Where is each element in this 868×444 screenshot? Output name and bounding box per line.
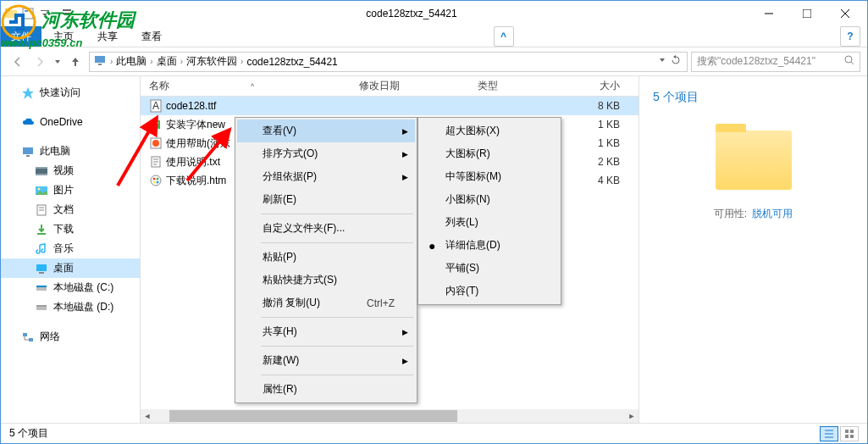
- svg-rect-19: [26, 155, 30, 157]
- menu-label: 查看(V): [263, 124, 296, 138]
- nav-up-button[interactable]: [65, 52, 86, 72]
- menu-separator: [261, 346, 413, 347]
- menu-label: 小图标(N): [445, 192, 490, 207]
- menu-separator: [261, 242, 413, 243]
- chevron-right-icon[interactable]: ›: [110, 57, 113, 66]
- breadcrumb-item[interactable]: 桌面: [157, 54, 177, 69]
- star-icon: [21, 86, 35, 100]
- svg-rect-21: [36, 167, 47, 169]
- sidebar-disk-d[interactable]: 本地磁盘 (D:): [1, 297, 140, 317]
- sidebar-item-label: 快速访问: [40, 86, 80, 100]
- menu-label: 排序方式(O): [263, 147, 318, 161]
- menu-share[interactable]: 共享(H)▶: [237, 320, 415, 343]
- menu-undo[interactable]: 撤消 复制(U)Ctrl+Z: [237, 291, 415, 314]
- submenu-medium-icons[interactable]: 中等图标(M): [420, 165, 559, 188]
- sort-arrow-icon: ^: [251, 82, 254, 91]
- minimize-button[interactable]: [749, 2, 788, 25]
- menu-label: 内容(T): [445, 284, 478, 298]
- breadcrumb-refresh[interactable]: [670, 54, 682, 69]
- svg-rect-18: [23, 147, 33, 154]
- submenu-small-icons[interactable]: 小图标(N): [420, 188, 559, 211]
- svg-rect-11: [803, 9, 811, 18]
- sidebar-disk-c[interactable]: 本地磁盘 (C:): [1, 278, 140, 297]
- menu-separator: [261, 214, 413, 214]
- scroll-left-button[interactable]: ◄: [141, 409, 154, 423]
- preview-item-count: 5 个项目: [653, 90, 699, 105]
- view-large-icons-button[interactable]: [840, 426, 859, 441]
- breadcrumb-dropdown[interactable]: [656, 54, 668, 69]
- sidebar-quick-access[interactable]: 快速访问: [1, 83, 140, 103]
- sidebar-music[interactable]: 音乐: [1, 239, 140, 258]
- menu-view[interactable]: 查看(V)▶: [237, 119, 415, 142]
- sidebar-network[interactable]: 网络: [1, 327, 140, 347]
- breadcrumb-item[interactable]: code128ztxz_54421: [246, 56, 337, 68]
- sidebar-item-label: 本地磁盘 (D:): [53, 300, 113, 314]
- column-type[interactable]: 类型: [478, 79, 562, 93]
- sidebar-item-label: 图片: [53, 183, 74, 197]
- file-row[interactable]: Acode128.ttf 8 KB: [141, 97, 639, 115]
- breadcrumb-item[interactable]: 此电脑: [116, 54, 147, 69]
- submenu-large-icons[interactable]: 大图标(R): [420, 142, 559, 165]
- search-placeholder: 搜索"code128ztxz_54421": [697, 54, 815, 69]
- column-name[interactable]: 名称^: [141, 79, 359, 93]
- submenu-details[interactable]: ●详细信息(D): [420, 234, 559, 257]
- menu-label: 详细信息(D): [445, 238, 500, 253]
- view-details-button[interactable]: [820, 426, 838, 441]
- chevron-right-icon[interactable]: ›: [150, 57, 152, 66]
- sidebar-desktop[interactable]: 桌面: [1, 258, 140, 278]
- sidebar-downloads[interactable]: 下载: [1, 219, 140, 239]
- menu-accelerator: Ctrl+Z: [367, 297, 395, 309]
- menu-group[interactable]: 分组依据(P)▶: [237, 165, 415, 188]
- chevron-right-icon[interactable]: ›: [240, 57, 243, 66]
- submenu-list[interactable]: 列表(L): [420, 211, 559, 234]
- nav-history-dropdown[interactable]: [52, 52, 64, 72]
- ribbon-tab-view[interactable]: 查看: [130, 26, 174, 47]
- chevron-right-icon[interactable]: ›: [180, 57, 183, 66]
- submenu-arrow-icon: ▶: [402, 328, 408, 336]
- help-button[interactable]: ?: [840, 26, 860, 47]
- menu-customize[interactable]: 自定义文件夹(F)...: [237, 217, 415, 240]
- sidebar-item-label: 音乐: [53, 241, 74, 256]
- menu-properties[interactable]: 属性(R): [237, 378, 415, 401]
- column-date[interactable]: 修改日期: [359, 79, 478, 93]
- menu-paste-shortcut[interactable]: 粘贴快捷方式(S): [237, 269, 415, 291]
- file-size-label: 8 KB: [359, 100, 630, 112]
- pictures-icon: [35, 184, 48, 197]
- submenu-tiles[interactable]: 平铺(S): [420, 257, 559, 280]
- scroll-thumb[interactable]: [169, 410, 457, 422]
- availability-value: 脱机可用: [752, 207, 793, 221]
- window-title: code128ztxz_54421: [74, 8, 749, 19]
- submenu-xlarge-icons[interactable]: 超大图标(X): [420, 119, 559, 142]
- disk-icon: [35, 301, 48, 314]
- nav-back-button[interactable]: [8, 52, 28, 72]
- submenu-content[interactable]: 内容(T): [420, 280, 559, 302]
- sidebar-documents[interactable]: 文档: [1, 200, 140, 219]
- cloud-icon: [21, 115, 35, 129]
- column-label: 名称: [149, 79, 169, 93]
- maximize-button[interactable]: [788, 2, 826, 25]
- close-button[interactable]: [826, 2, 864, 25]
- menu-label: 列表(L): [445, 215, 478, 230]
- scroll-right-button[interactable]: ►: [625, 409, 639, 423]
- menu-new[interactable]: 新建(W)▶: [237, 349, 415, 372]
- selected-indicator-icon: ●: [428, 239, 435, 253]
- nav-forward-button[interactable]: [30, 52, 50, 72]
- ribbon-minimize-icon[interactable]: ^: [494, 26, 514, 47]
- pc-icon: [21, 145, 35, 158]
- search-input[interactable]: 搜索"code128ztxz_54421": [691, 52, 860, 72]
- documents-icon: [35, 203, 48, 217]
- svg-rect-15: [98, 64, 102, 65]
- menu-label: 共享(H): [263, 325, 297, 339]
- menu-sort[interactable]: 排序方式(O)▶: [237, 142, 415, 165]
- availability-label: 可用性:: [714, 207, 747, 221]
- menu-separator: [261, 375, 413, 375]
- breadcrumb[interactable]: › 此电脑 › 桌面 › 河东软件园 › code128ztxz_54421: [89, 52, 688, 72]
- breadcrumb-pc-icon: [93, 53, 107, 69]
- column-size[interactable]: 大小: [562, 79, 630, 93]
- network-icon: [21, 330, 35, 344]
- address-bar: › 此电脑 › 桌面 › 河东软件园 › code128ztxz_54421 搜…: [1, 47, 867, 76]
- breadcrumb-item[interactable]: 河东软件园: [186, 54, 237, 69]
- horizontal-scrollbar[interactable]: ◄ ►: [141, 409, 639, 423]
- menu-refresh[interactable]: 刷新(E): [237, 188, 415, 211]
- menu-paste[interactable]: 粘贴(P): [237, 246, 415, 269]
